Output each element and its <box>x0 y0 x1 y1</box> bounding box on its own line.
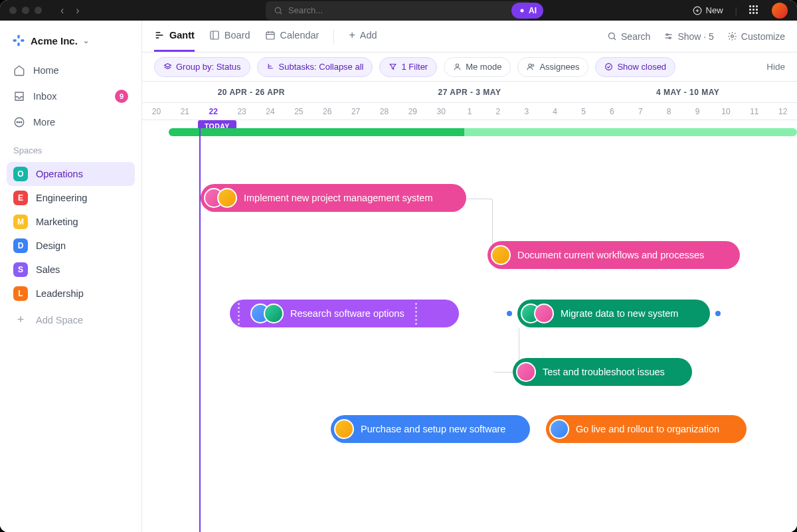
gantt-task[interactable]: Migrate data to new system <box>517 300 710 327</box>
tab-add[interactable]: + Add <box>349 21 377 52</box>
gantt-task[interactable]: Implement new project management system <box>201 184 466 212</box>
apps-icon[interactable] <box>749 5 760 16</box>
gantt-task[interactable]: Research software options <box>230 300 459 327</box>
workspace-switcher[interactable]: Acme Inc. ⌄ <box>7 30 135 51</box>
today-line <box>199 120 201 532</box>
space-label: Sales <box>36 264 60 275</box>
day-label: 24 <box>256 103 285 120</box>
nav-inbox[interactable]: Inbox 9 <box>7 84 135 108</box>
sidebar-space-design[interactable]: DDesign <box>7 234 135 258</box>
svg-point-8 <box>17 122 18 123</box>
svg-point-0 <box>275 7 280 13</box>
gantt-timeline[interactable]: 20 APR - 26 APR27 APR - 3 MAY4 MAY - 10 … <box>142 82 797 532</box>
space-label: Marketing <box>36 217 78 227</box>
toolbar-customize[interactable]: Customize <box>727 31 785 42</box>
filter-bar: Group by: Status Subtasks: Collapse all … <box>142 52 797 82</box>
day-label: 23 <box>228 103 256 120</box>
drag-handle-icon[interactable] <box>233 303 244 325</box>
filter-me[interactable]: Me mode <box>444 57 511 77</box>
sidebar-space-marketing[interactable]: MMarketing <box>7 210 135 234</box>
space-badge: D <box>13 238 28 253</box>
filter-count[interactable]: 1 Filter <box>379 57 437 77</box>
window-controls[interactable] <box>9 7 42 14</box>
sidebar-space-operations[interactable]: OOperations <box>7 162 135 186</box>
tab-board[interactable]: Board <box>209 21 250 52</box>
back-button[interactable]: ‹ <box>60 5 64 17</box>
workspace-logo-icon <box>12 34 25 47</box>
space-badge: L <box>13 286 28 301</box>
spaces-label: Spaces <box>7 136 135 159</box>
filter-subtasks[interactable]: Subtasks: Collapse all <box>257 57 373 77</box>
space-badge: M <box>13 215 28 229</box>
sidebar-space-engineering[interactable]: EEngineering <box>7 186 135 210</box>
space-badge: S <box>13 262 28 277</box>
hide-button[interactable]: Hide <box>766 62 785 72</box>
svg-point-16 <box>731 35 733 38</box>
task-label: Migrate data to new system <box>561 308 678 319</box>
people-icon <box>527 62 535 71</box>
gantt-icon <box>154 30 165 41</box>
calendar-icon <box>265 30 276 41</box>
day-label: 20 <box>142 103 171 120</box>
filter-closed[interactable]: Show closed <box>595 57 675 77</box>
plus-icon: + <box>349 29 355 41</box>
svg-rect-11 <box>211 31 219 39</box>
tab-calendar[interactable]: Calendar <box>265 21 319 52</box>
task-avatars <box>491 245 511 265</box>
day-label: 29 <box>398 103 427 120</box>
nav-home[interactable]: Home <box>7 59 135 82</box>
search-placeholder: Search... <box>288 5 323 15</box>
dependency-dot[interactable] <box>507 311 512 316</box>
day-label: 7 <box>626 103 655 120</box>
layers-icon <box>163 62 172 71</box>
sidebar-space-sales[interactable]: SSales <box>7 258 135 282</box>
gantt-task[interactable]: Document current workflows and processes <box>487 241 740 269</box>
svg-rect-12 <box>266 32 274 39</box>
new-button[interactable]: New <box>693 5 723 15</box>
day-label: 1 <box>456 103 484 120</box>
week-label: 27 APR - 3 MAY <box>361 82 579 102</box>
space-label: Operations <box>36 169 83 179</box>
space-badge: O <box>13 167 28 181</box>
drag-handle-icon[interactable] <box>411 303 422 325</box>
dependency-dot[interactable] <box>715 311 721 316</box>
sidebar: Acme Inc. ⌄ Home Inbox 9 More Spaces OOp… <box>0 21 142 532</box>
space-badge: E <box>13 191 28 205</box>
day-label: 10 <box>712 103 741 120</box>
user-avatar[interactable] <box>772 3 788 19</box>
gantt-task[interactable]: Go live and rollout to organization <box>546 415 747 443</box>
svg-point-15 <box>669 37 671 39</box>
summary-bar[interactable] <box>169 128 797 136</box>
ai-badge[interactable]: AI <box>511 3 543 19</box>
nav-more[interactable]: More <box>7 111 135 133</box>
gantt-task[interactable]: Test and troubleshoot issues <box>513 358 692 386</box>
filter-assignees[interactable]: Assignees <box>517 57 588 77</box>
person-icon <box>453 62 462 71</box>
search-icon <box>607 31 617 41</box>
filter-icon <box>389 62 397 71</box>
avatar <box>516 362 536 382</box>
filter-group[interactable]: Group by: Status <box>154 57 250 77</box>
task-label: Go live and rollout to organization <box>576 424 719 434</box>
tab-gantt[interactable]: Gantt <box>154 21 195 52</box>
toolbar-show[interactable]: Show · 5 <box>664 31 713 42</box>
day-label: 28 <box>370 103 398 120</box>
forward-button[interactable]: › <box>76 5 79 17</box>
search-icon <box>274 6 283 15</box>
day-label: 11 <box>740 103 768 120</box>
sidebar-space-leadership[interactable]: LLeadership <box>7 282 135 306</box>
add-space-button[interactable]: + Add Space <box>7 308 135 331</box>
connector <box>466 199 493 254</box>
avatar <box>264 304 284 323</box>
toolbar-search[interactable]: Search <box>607 31 650 42</box>
sparkle-icon <box>518 7 526 15</box>
svg-rect-4 <box>17 43 19 46</box>
day-label: 21 <box>171 103 199 120</box>
day-label: 26 <box>313 103 341 120</box>
day-label: 27 <box>341 103 370 120</box>
board-icon <box>209 30 220 41</box>
gantt-task[interactable]: Purchase and setup new software <box>331 415 530 443</box>
global-search[interactable]: Search... <box>266 1 531 20</box>
avatar <box>217 188 237 208</box>
day-label: 2 <box>484 103 513 120</box>
